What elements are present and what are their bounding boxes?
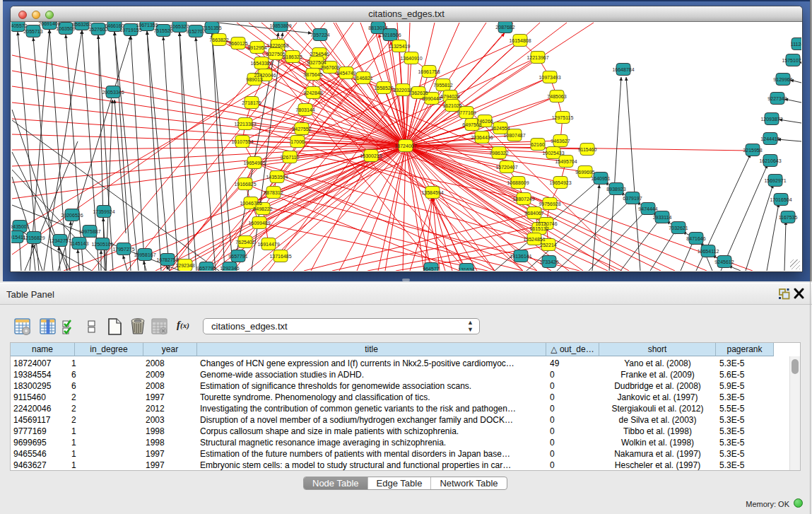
svg-text:19654985: 19654985 xyxy=(243,160,265,165)
svg-text:9327504: 9327504 xyxy=(307,60,326,65)
svg-text:1244415: 1244415 xyxy=(760,136,779,141)
svg-text:9684067: 9684067 xyxy=(524,211,543,216)
svg-text:746266: 746266 xyxy=(476,119,493,124)
svg-text:2933114: 2933114 xyxy=(653,215,672,220)
svg-text:989013: 989013 xyxy=(246,77,262,82)
svg-text:3875645: 3875645 xyxy=(303,72,322,77)
svg-text:8471646: 8471646 xyxy=(686,236,705,241)
svg-text:13640910: 13640910 xyxy=(400,56,422,61)
svg-text:12156829: 12156829 xyxy=(23,235,45,240)
svg-text:10654112: 10654112 xyxy=(698,249,719,254)
svg-text:8813014: 8813014 xyxy=(368,25,387,30)
svg-text:12093872: 12093872 xyxy=(760,117,782,122)
svg-text:964577: 964577 xyxy=(423,267,439,271)
svg-text:20206526: 20206526 xyxy=(61,213,83,218)
svg-text:16120746: 16120746 xyxy=(535,221,557,226)
svg-text:16961758: 16961758 xyxy=(418,69,440,74)
svg-text:6794028: 6794028 xyxy=(440,94,459,99)
svg-text:16914479: 16914479 xyxy=(257,242,279,247)
svg-text:9990444: 9990444 xyxy=(422,96,441,101)
svg-text:20053346: 20053346 xyxy=(102,90,124,95)
svg-text:8186323: 8186323 xyxy=(283,54,302,59)
svg-text:1145143: 1145143 xyxy=(70,241,89,246)
svg-text:10973493: 10973493 xyxy=(539,75,560,80)
svg-text:13716485: 13716485 xyxy=(269,254,291,259)
svg-text:7955812: 7955812 xyxy=(433,83,452,88)
svg-text:16154808: 16154808 xyxy=(509,38,531,43)
svg-text:17359924: 17359924 xyxy=(93,209,114,214)
svg-text:9463627: 9463627 xyxy=(551,139,570,144)
svg-text:12342757: 12342757 xyxy=(49,238,71,243)
svg-text:9657791: 9657791 xyxy=(196,266,216,271)
svg-text:10958167: 10958167 xyxy=(134,252,155,257)
svg-text:10719155: 10719155 xyxy=(119,28,141,33)
svg-text:10688609: 10688609 xyxy=(507,180,529,185)
svg-text:8912954: 8912954 xyxy=(247,45,266,50)
svg-text:12213967: 12213967 xyxy=(526,55,548,60)
svg-text:1435001: 1435001 xyxy=(11,224,30,229)
svg-text:10671355: 10671355 xyxy=(136,23,158,28)
svg-text:7803144: 7803144 xyxy=(295,107,314,112)
svg-text:2055713: 2055713 xyxy=(23,29,42,34)
svg-text:19166825: 19166825 xyxy=(234,182,256,187)
svg-text:5498222: 5498222 xyxy=(253,206,272,211)
svg-text:6379197: 6379197 xyxy=(623,196,642,201)
svg-text:9699695: 9699695 xyxy=(575,170,594,175)
svg-text:9777169: 9777169 xyxy=(457,110,476,115)
svg-text:7485063: 7485063 xyxy=(547,94,566,99)
svg-text:10046786: 10046786 xyxy=(240,201,261,206)
svg-text:9474444: 9474444 xyxy=(638,206,657,211)
svg-text:111243: 111243 xyxy=(791,42,801,47)
svg-text:1063509: 1063509 xyxy=(56,26,75,31)
svg-text:10025433: 10025433 xyxy=(542,151,564,156)
svg-text:8454749: 8454749 xyxy=(336,71,355,76)
svg-text:9660125: 9660125 xyxy=(228,41,247,46)
svg-text:7625402: 7625402 xyxy=(235,240,254,245)
svg-text:13584594: 13584594 xyxy=(421,190,443,195)
svg-text:3624554: 3624554 xyxy=(490,126,510,131)
svg-text:9115460: 9115460 xyxy=(578,147,597,152)
svg-text:10853809: 10853809 xyxy=(269,23,291,28)
svg-text:17957275: 17957275 xyxy=(112,247,134,252)
svg-text:14136141: 14136141 xyxy=(510,254,531,259)
svg-text:1065327: 1065327 xyxy=(170,24,189,29)
svg-text:2967608: 2967608 xyxy=(320,65,339,70)
svg-text:17006: 17006 xyxy=(290,139,305,144)
svg-text:62160: 62160 xyxy=(531,142,545,147)
svg-text:1733426: 1733426 xyxy=(539,259,558,264)
svg-text:7515526: 7515526 xyxy=(153,28,172,33)
svg-text:8878312: 8878312 xyxy=(264,190,283,195)
svg-text:2754546: 2754546 xyxy=(310,52,329,57)
svg-text:9227342: 9227342 xyxy=(767,96,787,101)
svg-text:12213383: 12213383 xyxy=(234,122,256,127)
svg-text:10807487: 10807487 xyxy=(503,133,525,138)
svg-text:1621025: 1621025 xyxy=(442,103,461,108)
svg-text:9129966: 9129966 xyxy=(773,77,792,82)
svg-text:252214: 252214 xyxy=(540,243,556,247)
svg-text:11325419: 11325419 xyxy=(389,44,411,49)
svg-text:1405572: 1405572 xyxy=(11,23,28,28)
svg-text:1167535: 1167535 xyxy=(779,215,798,220)
svg-text:8938923: 8938923 xyxy=(606,187,625,192)
svg-text:16648784: 16648784 xyxy=(612,67,634,72)
svg-text:1615132: 1615132 xyxy=(529,226,548,231)
svg-text:7663822: 7663822 xyxy=(209,37,228,42)
svg-text:16210643: 16210643 xyxy=(759,158,781,163)
svg-text:8427552: 8427552 xyxy=(292,127,311,132)
svg-text:2718176: 2718176 xyxy=(242,100,261,105)
svg-text:1558520: 1558520 xyxy=(374,86,393,90)
svg-text:7357224: 7357224 xyxy=(310,33,329,37)
svg-text:99756928: 99756928 xyxy=(539,201,560,206)
svg-text:15751074: 15751074 xyxy=(782,58,801,63)
svg-text:16543382: 16543382 xyxy=(250,61,272,66)
svg-text:13226058: 13226058 xyxy=(266,43,288,48)
svg-text:1292348: 1292348 xyxy=(175,263,194,268)
svg-text:7151355: 7151355 xyxy=(202,25,221,30)
svg-text:16099489: 16099489 xyxy=(248,221,270,226)
svg-text:7986322: 7986322 xyxy=(489,151,508,156)
svg-text:23364436: 23364436 xyxy=(471,135,493,140)
svg-text:131634: 131634 xyxy=(458,267,474,271)
svg-text:17016504: 17016504 xyxy=(770,197,792,202)
svg-text:3267110: 3267110 xyxy=(281,155,300,160)
svg-text:2087682: 2087682 xyxy=(495,25,514,30)
